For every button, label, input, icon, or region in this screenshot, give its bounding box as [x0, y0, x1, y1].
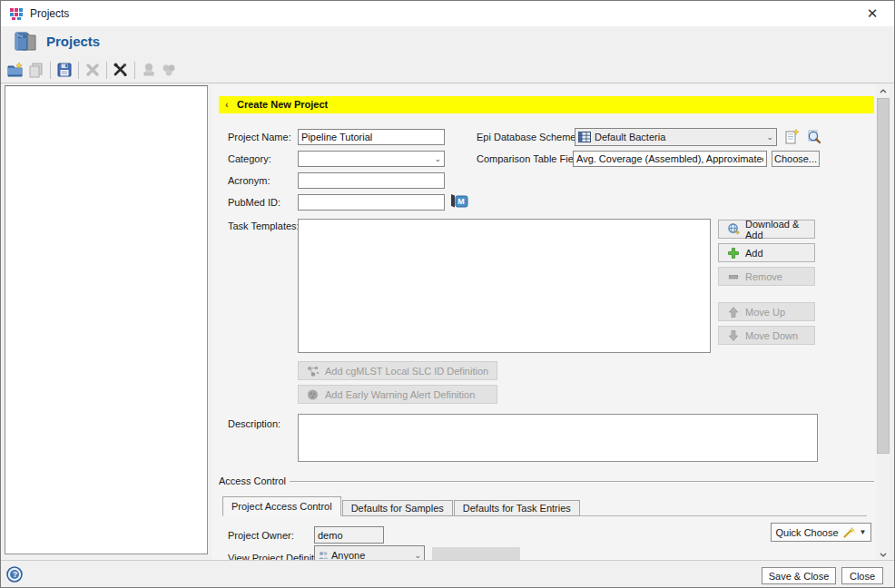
new-project-icon[interactable]	[6, 61, 25, 79]
pubmed-lookup-icon[interactable]: M	[448, 191, 469, 211]
comparison-fields-input[interactable]	[573, 151, 767, 167]
form-banner: ‹ Create New Project	[219, 96, 874, 113]
quick-choose-label: Quick Choose	[775, 527, 838, 538]
description-input[interactable]	[298, 414, 818, 462]
pubmed-input[interactable]	[298, 194, 445, 211]
main-area: ‹ Create New Project Project Name: Epi D…	[1, 84, 894, 560]
add-early-warning-button: Add Early Warning Alert Definition	[298, 385, 497, 404]
epi-scheme-label: Epi Database Scheme:	[477, 132, 579, 142]
projects-folder-icon: Proj	[12, 29, 37, 54]
access-control-tabs: Project Access Control Defaults for Samp…	[222, 496, 867, 516]
create-project-form: ‹ Create New Project Project Name: Epi D…	[211, 84, 878, 562]
move-down-label: Move Down	[745, 330, 798, 341]
chevron-down-icon: ⌄	[434, 154, 441, 163]
acronym-input[interactable]	[298, 172, 445, 189]
project-owner-input[interactable]	[314, 526, 384, 544]
download-add-button[interactable]: Download & Add	[718, 220, 815, 239]
choose-fields-button[interactable]: Choose...	[772, 151, 820, 167]
help-icon[interactable]: ?	[6, 566, 23, 583]
move-up-button: Move Up	[718, 302, 815, 321]
app-logo-icon	[9, 6, 24, 21]
add-plus-icon	[727, 247, 740, 260]
scheme-grid-icon	[578, 132, 591, 142]
toolbar	[1, 57, 894, 83]
toolbar-separator	[78, 62, 79, 79]
tab-project-access-control[interactable]: Project Access Control	[222, 496, 341, 516]
tab-defaults-for-task-entries[interactable]: Defaults for Task Entries	[454, 500, 580, 516]
task-templates-list[interactable]	[298, 219, 711, 353]
toolbar-separator	[50, 62, 51, 79]
form-banner-title: Create New Project	[237, 99, 328, 110]
page-header: Proj Projects	[1, 26, 894, 57]
download-add-label: Download & Add	[745, 219, 814, 240]
add-cgmlst-slc-label: Add cgMLST Local SLC ID Definition	[325, 366, 488, 377]
access-control-legend: Access Control	[219, 475, 286, 486]
add-cgmlst-slc-button: Add cgMLST Local SLC ID Definition	[298, 361, 497, 380]
remove-template-label: Remove	[745, 271, 782, 282]
access-control-divider	[290, 481, 874, 482]
project-name-input[interactable]	[298, 129, 445, 145]
choose-fields-label: Choose...	[774, 153, 817, 164]
tab-label: Defaults for Samples	[351, 503, 444, 514]
project-name-label: Project Name:	[228, 132, 291, 142]
project-owner-label: Project Owner:	[228, 530, 294, 541]
save-icon[interactable]	[55, 61, 74, 79]
tab-label: Project Access Control	[231, 501, 332, 512]
projects-window: Projects ✕ Proj Projects	[0, 0, 895, 588]
epi-scheme-combobox[interactable]: Default Bacteria ⌄	[575, 128, 777, 146]
window-title: Projects	[30, 7, 69, 20]
delete-icon	[84, 61, 102, 79]
remove-template-button: Remove	[718, 267, 815, 286]
window-titlebar: Projects ✕	[1, 1, 894, 26]
view-project-definition-value: Anyone	[331, 550, 365, 561]
publish-icon	[140, 61, 158, 79]
scroll-up-icon[interactable]	[876, 84, 890, 98]
move-up-arrow-icon	[727, 306, 740, 318]
quick-choose-button[interactable]: Quick Choose ▼	[771, 523, 871, 542]
save-close-label: Save & Close	[769, 571, 830, 582]
group-icon	[318, 551, 329, 560]
download-globe-icon	[727, 222, 740, 236]
configure-tools-icon[interactable]	[112, 61, 130, 79]
add-template-button[interactable]: Add	[718, 243, 815, 262]
chevron-down-icon: ⌄	[414, 551, 421, 560]
project-list-panel[interactable]	[5, 85, 208, 554]
dialog-footer: ? Save & Close Close	[1, 560, 894, 587]
toolbar-separator	[106, 62, 107, 79]
edit-scheme-icon[interactable]	[783, 128, 801, 145]
category-label: Category:	[228, 153, 271, 164]
task-templates-label: Task Templates:	[228, 220, 300, 231]
close-window-icon[interactable]: ✕	[863, 5, 881, 23]
move-up-label: Move Up	[745, 307, 785, 318]
svg-text:M: M	[457, 197, 465, 206]
add-template-label: Add	[745, 248, 763, 259]
save-close-button[interactable]: Save & Close	[762, 567, 836, 584]
chevron-down-icon: ▼	[860, 528, 867, 536]
close-button[interactable]: Close	[841, 567, 883, 584]
page-title: Projects	[46, 26, 100, 57]
add-early-warning-label: Add Early Warning Alert Definition	[325, 389, 475, 400]
toolbar-separator	[134, 62, 135, 79]
pubmed-label: PubMed ID:	[228, 197, 280, 208]
vertical-scrollbar[interactable]	[876, 84, 890, 562]
category-combobox[interactable]: ⌄	[298, 151, 445, 167]
preview-scheme-icon[interactable]	[805, 128, 822, 145]
svg-text:?: ?	[13, 570, 17, 579]
acronym-label: Acronym:	[228, 175, 270, 186]
remove-minus-icon	[727, 270, 740, 283]
tab-defaults-for-samples[interactable]: Defaults for Samples	[342, 500, 453, 516]
epi-scheme-value: Default Bacteria	[595, 132, 665, 142]
cgmlst-network-icon	[306, 365, 320, 377]
move-down-arrow-icon	[727, 329, 740, 342]
tab-label: Defaults for Task Entries	[463, 503, 571, 514]
chevron-down-icon: ⌄	[766, 132, 773, 142]
close-label: Close	[850, 571, 875, 582]
scrollbar-thumb[interactable]	[877, 98, 890, 454]
magic-wand-icon	[842, 526, 856, 539]
stamp-icon	[160, 61, 178, 79]
description-label: Description:	[228, 418, 280, 429]
copy-icon	[27, 61, 45, 79]
move-down-button: Move Down	[718, 326, 815, 345]
early-warning-icon	[306, 388, 320, 401]
collapse-section-icon[interactable]: ‹	[225, 96, 229, 113]
